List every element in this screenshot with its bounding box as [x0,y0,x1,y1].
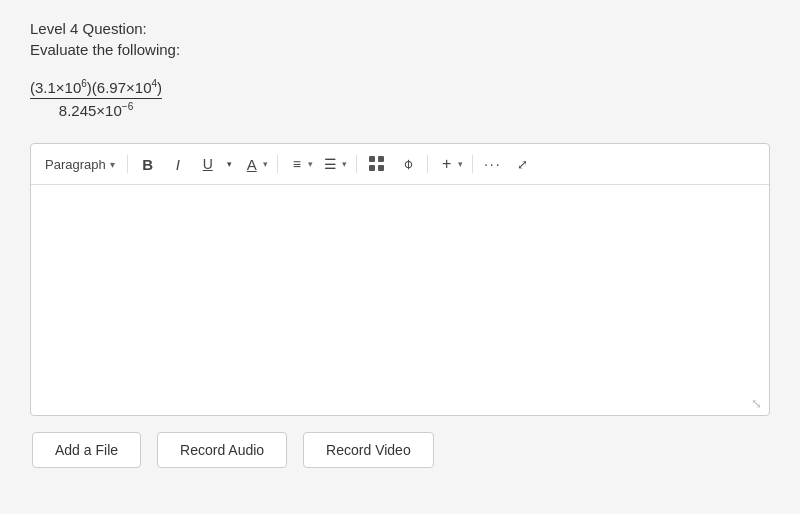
toolbar-divider-2 [277,155,278,173]
align-button[interactable]: ≡ ▾ [284,154,316,174]
underline-icon: U [203,156,213,172]
chevron-down-icon: ▾ [110,159,115,170]
toolbar-divider-4 [427,155,428,173]
resize-handle[interactable]: ⤡ [751,397,765,411]
insert-button[interactable]: + ▾ [434,153,466,175]
editor-content-area[interactable]: ⤡ [31,185,769,415]
list-button[interactable]: ☰ ▾ [318,154,350,174]
align-icon: ≡ [287,156,307,172]
rich-text-editor: Paragraph ▾ B I U ▾ A ▾ ≡ ▾ ☰ ▾ [30,143,770,416]
question-level: Level 4 Question: [30,20,770,37]
list-chevron: ▾ [342,159,347,169]
grid-view-button[interactable] [363,150,391,178]
expand-icon: ⤢ [517,157,528,172]
action-buttons-row: Add a File Record Audio Record Video [30,432,770,468]
font-color-icon: A [242,156,262,173]
editor-toolbar: Paragraph ▾ B I U ▾ A ▾ ≡ ▾ ☰ ▾ [31,144,769,185]
underline-group: U ▾ [194,150,237,178]
font-color-button[interactable]: A ▾ [239,154,271,175]
toolbar-divider-1 [127,155,128,173]
italic-button[interactable]: I [164,150,192,178]
bold-button[interactable]: B [134,150,162,178]
paragraph-style-label: Paragraph [45,157,106,172]
underline-button[interactable]: U [194,150,222,178]
question-subtitle: Evaluate the following: [30,41,770,58]
paragraph-style-dropdown[interactable]: Paragraph ▾ [39,154,121,175]
math-expression: (3.1×106)(6.97×104) 8.245×10−6 [30,74,162,123]
link-button[interactable]: ⌀ [393,150,421,178]
ellipsis-icon: ··· [484,156,502,172]
align-chevron: ▾ [308,159,313,169]
grid-icon [369,156,385,172]
link-icon: ⌀ [398,156,415,173]
fullscreen-button[interactable]: ⤢ [509,150,537,178]
toolbar-divider-5 [472,155,473,173]
toolbar-divider-3 [356,155,357,173]
underline-chevron[interactable]: ▾ [223,150,237,178]
list-icon: ☰ [321,156,341,172]
add-file-button[interactable]: Add a File [32,432,141,468]
font-color-chevron: ▾ [263,159,268,169]
plus-icon: + [437,155,457,173]
record-video-button[interactable]: Record Video [303,432,434,468]
record-audio-button[interactable]: Record Audio [157,432,287,468]
more-options-button[interactable]: ··· [479,150,507,178]
insert-chevron: ▾ [458,159,463,169]
